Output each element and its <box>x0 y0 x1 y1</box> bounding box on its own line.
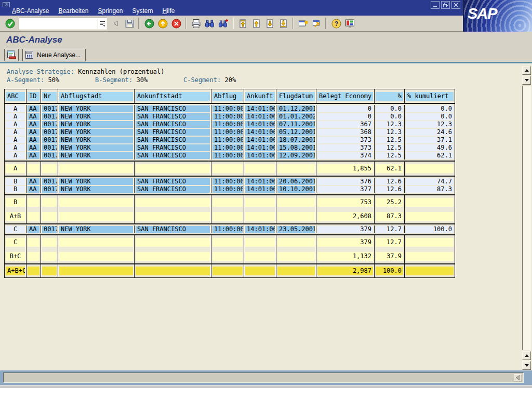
table-cell[interactable] <box>211 195 244 209</box>
column-header[interactable]: Ankunft <box>244 89 276 103</box>
table-cell[interactable]: NEW YORK <box>58 178 135 185</box>
table-cell[interactable]: 11:00:00 <box>211 185 244 193</box>
menu-system[interactable]: System <box>127 7 157 15</box>
table-cell[interactable]: 14:01:00 <box>244 113 276 121</box>
close-icon[interactable] <box>451 1 460 9</box>
restore-icon[interactable] <box>441 1 450 9</box>
table-cell[interactable]: 62.1 <box>405 152 455 159</box>
scroll-down-icon[interactable] <box>522 76 531 85</box>
table-cell[interactable]: 14:01:00 <box>244 105 276 113</box>
find-icon[interactable] <box>203 17 216 30</box>
table-cell[interactable]: 12.5 <box>375 152 405 159</box>
table-cell[interactable]: SAN FRANCISCO <box>135 136 211 144</box>
table-cell[interactable]: 14:01:00 <box>244 136 276 144</box>
table-cell[interactable]: 0017 <box>41 225 58 233</box>
table-cell[interactable] <box>41 264 58 277</box>
table-cell[interactable]: 11:00:00 <box>211 113 244 121</box>
table-cell[interactable] <box>26 249 41 263</box>
table-cell[interactable]: A <box>5 162 26 176</box>
menu-bearbeiten[interactable]: Bearbeiten <box>54 7 93 15</box>
last-page-icon[interactable] <box>277 17 289 30</box>
table-cell[interactable]: A <box>5 113 26 121</box>
table-cell[interactable]: NEW YORK <box>58 121 135 128</box>
table-cell[interactable] <box>26 264 41 277</box>
table-cell[interactable]: 05.12.2001 <box>276 128 316 136</box>
table-cell[interactable] <box>135 264 211 277</box>
table-cell[interactable]: 0.0 <box>375 105 405 113</box>
column-header[interactable]: Nr <box>41 89 58 103</box>
table-cell[interactable]: 0.0 <box>405 113 455 121</box>
vertical-scrollbar[interactable] <box>522 66 531 370</box>
table-cell[interactable]: 14:01:00 <box>244 185 276 193</box>
table-cell[interactable]: B+C <box>5 249 26 263</box>
table-cell[interactable]: AA <box>26 113 41 121</box>
column-header[interactable]: Abflug <box>211 89 244 103</box>
table-cell[interactable] <box>26 195 41 209</box>
page-down-icon[interactable] <box>263 17 276 30</box>
table-cell[interactable]: 12.3 <box>375 121 405 128</box>
table-cell[interactable]: 753 <box>316 195 375 209</box>
table-cell[interactable]: B <box>5 185 26 193</box>
table-cell[interactable]: 374 <box>316 152 375 159</box>
table-cell[interactable] <box>244 195 276 209</box>
table-cell[interactable] <box>276 162 316 176</box>
table-cell[interactable] <box>276 209 316 223</box>
table-cell[interactable]: NEW YORK <box>58 136 135 144</box>
enter-check-icon[interactable] <box>4 17 16 30</box>
table-cell[interactable]: NEW YORK <box>58 185 135 193</box>
table-cell[interactable] <box>211 235 244 249</box>
table-cell[interactable]: 14:01:00 <box>244 144 276 152</box>
table-cell[interactable] <box>244 264 276 277</box>
column-header[interactable]: % <box>375 89 405 103</box>
table-cell[interactable] <box>41 209 58 223</box>
scrollbar-track[interactable] <box>522 86 531 350</box>
table-cell[interactable]: 10.10.2001 <box>276 185 316 193</box>
table-cell[interactable]: 0017 <box>41 105 58 113</box>
table-cell[interactable]: 87.3 <box>375 209 405 223</box>
table-cell[interactable] <box>211 264 244 277</box>
table-cell[interactable] <box>276 249 316 263</box>
table-cell[interactable]: SAN FRANCISCO <box>135 113 211 121</box>
table-cell[interactable]: 373 <box>316 144 375 152</box>
table-cell[interactable]: NEW YORK <box>58 105 135 113</box>
table-cell[interactable]: 0017 <box>41 113 58 121</box>
table-cell[interactable] <box>244 235 276 249</box>
table-cell[interactable]: 0.0 <box>405 105 455 113</box>
table-cell[interactable]: 12.09.2001 <box>276 152 316 159</box>
command-input[interactable] <box>19 19 98 28</box>
table-cell[interactable] <box>244 162 276 176</box>
table-cell[interactable]: 376 <box>316 178 375 185</box>
table-cell[interactable]: A <box>5 128 26 136</box>
table-cell[interactable]: AA <box>26 225 41 233</box>
table-cell[interactable] <box>58 249 135 263</box>
table-cell[interactable]: 12.5 <box>375 136 405 144</box>
table-cell[interactable]: AA <box>26 178 41 185</box>
table-cell[interactable]: 100.0 <box>375 264 405 277</box>
table-cell[interactable] <box>405 235 455 249</box>
table-cell[interactable]: 11:00:00 <box>211 128 244 136</box>
table-cell[interactable]: 14:01:00 <box>244 178 276 185</box>
table-cell[interactable]: SAN FRANCISCO <box>135 128 211 136</box>
table-cell[interactable]: AA <box>26 152 41 159</box>
customize-layout-icon[interactable] <box>343 17 356 30</box>
table-cell[interactable]: 12.7 <box>375 225 405 233</box>
table-cell[interactable]: 11:00:00 <box>211 225 244 233</box>
column-header[interactable]: Flugdatum <box>276 89 316 103</box>
minimize-icon[interactable] <box>431 1 440 9</box>
cancel-icon[interactable] <box>170 17 182 30</box>
command-dropdown-icon[interactable] <box>98 19 107 29</box>
table-cell[interactable] <box>58 235 135 249</box>
table-cell[interactable]: 100.0 <box>405 225 455 233</box>
find-next-icon[interactable] <box>217 17 229 30</box>
column-header[interactable]: ID <box>26 89 41 103</box>
table-cell[interactable]: 0017 <box>41 144 58 152</box>
table-cell[interactable]: 0017 <box>41 121 58 128</box>
table-cell[interactable]: 11:00:00 <box>211 144 244 152</box>
column-header[interactable]: % kumuliert <box>405 89 455 103</box>
table-cell[interactable] <box>26 209 41 223</box>
table-cell[interactable] <box>244 249 276 263</box>
table-cell[interactable]: 12.3 <box>405 121 455 128</box>
table-cell[interactable] <box>41 162 58 176</box>
table-cell[interactable] <box>41 235 58 249</box>
table-cell[interactable]: B <box>5 195 26 209</box>
